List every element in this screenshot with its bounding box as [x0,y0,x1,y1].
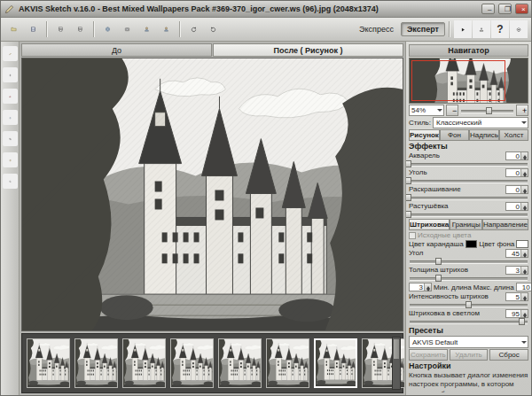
coloration-slider[interactable] [409,194,528,201]
print-preview-button[interactable] [71,20,90,39]
original-colors-checkbox[interactable] [409,232,416,239]
express-mode-button[interactable]: Экспресс [353,22,400,36]
zoom-tool-button[interactable] [3,174,18,189]
preset-buttons: Сохранить Удалить Сброс [409,349,528,361]
shading-spinbox[interactable]: 0 [505,202,528,211]
zoom-slider[interactable] [460,107,514,114]
undo-button[interactable] [184,20,203,39]
close-button[interactable]: × [515,4,528,14]
preset-save-button[interactable]: Сохранить [409,349,448,361]
watercolor-slider[interactable] [409,160,528,167]
toolbar-separator [449,21,450,37]
crop-tool-button[interactable] [3,131,18,146]
globe-icon [105,22,111,36]
post-button[interactable] [118,20,137,39]
style-select[interactable]: Классический [433,117,528,128]
intensity-slider[interactable] [409,301,528,308]
expert-mode-button[interactable]: Эксперт [401,22,445,36]
max-length-spinbox[interactable]: 10 [516,283,531,291]
preset-thumbnail[interactable] [170,338,214,388]
save-button[interactable] [24,20,43,39]
coloration-spinbox[interactable]: 0 [505,185,528,194]
hatching-tabs: Штриховка Границы Направление [409,219,528,230]
account-button[interactable] [137,20,156,39]
run-button[interactable] [454,20,472,38]
watercolor-spinbox[interactable]: 0 [505,151,528,160]
preset-select[interactable]: AKVIS Default [409,336,528,348]
redo-button[interactable] [204,20,223,39]
account-2-button[interactable] [157,20,176,39]
share-button[interactable] [473,20,490,38]
min-length-spinbox[interactable]: 3 [409,283,432,291]
image-canvas[interactable] [21,58,403,331]
tab-canvas[interactable]: Холст [499,129,528,141]
background-color-swatch[interactable] [516,240,528,248]
hand-tool-button[interactable] [3,152,18,167]
tab-edges[interactable]: Границы [450,219,482,230]
preset-thumbnail[interactable] [27,338,70,388]
tool-sidebar [1,42,20,395]
publish-button[interactable] [98,20,117,39]
print-button[interactable] [51,20,70,39]
chevron-down-icon [437,109,442,114]
original-colors-row: Исходные цвета [409,231,528,239]
open-button[interactable] [4,20,23,39]
intensity-spinbox[interactable]: 5 [505,292,528,301]
light-hatching-spinbox[interactable]: 95 [505,309,528,318]
light-hatching-slider[interactable] [409,318,528,325]
direction-tool-button[interactable] [3,67,18,82]
zoom-in-button[interactable]: + [516,105,528,116]
thickness-spinbox[interactable]: 3 [505,266,528,275]
preset-thumbnail[interactable] [266,338,309,388]
chevron-down-icon [521,341,527,346]
navigator-thumbnail[interactable] [409,58,528,104]
tab-drawing[interactable]: Рисунок [409,129,440,141]
blur-tool-button[interactable] [3,110,18,125]
redo-icon [210,22,216,36]
charcoal-spinbox[interactable]: 0 [505,168,528,177]
thickness-slider[interactable] [409,275,528,282]
maximize-button[interactable]: ❐ [498,4,512,14]
filmstrip-scrollbar-thumb[interactable] [394,339,399,359]
tab-before[interactable]: До [21,43,212,57]
preset-thumbnail[interactable] [122,338,166,388]
angle-slider[interactable] [409,258,528,265]
preset-thumbnail[interactable] [74,338,118,388]
preset-delete-button[interactable]: Удалить [450,349,489,361]
style-row: Стиль: Классический [409,117,528,128]
navigator-view-rectangle[interactable] [411,60,505,101]
printer-preview-icon [77,22,83,36]
effects-section-title: Эффекты [409,142,528,151]
tab-after[interactable]: После ( Рисунок ) [213,43,403,57]
angle-spinbox[interactable]: 45 [505,249,528,258]
minimize-button[interactable]: – [481,4,495,14]
help-button[interactable]: ? [491,20,509,38]
angle-param: Угол 45 [409,249,528,265]
preferences-button[interactable] [510,20,528,38]
charcoal-slider[interactable] [409,177,528,184]
eraser-tool-button[interactable] [3,89,18,104]
droplet-icon [9,112,12,124]
zoom-out-button[interactable]: − [446,105,458,116]
preset-thumbnail[interactable] [314,338,357,388]
stroke-tool-button[interactable] [3,46,18,61]
angle-label: Угол [409,249,423,257]
main-area: До После ( Рисунок ) Навигатор [1,42,531,395]
shading-slider[interactable] [409,211,528,218]
chevron-down-icon [521,121,527,127]
play-icon [460,23,466,36]
presets-section-title: Пресеты [409,326,528,335]
tab-background[interactable]: Фон [440,129,469,141]
save-icon [30,22,36,36]
filmstrip-scrollbar[interactable] [392,337,401,390]
preset-thumbnail[interactable] [218,338,262,388]
pencil-color-swatch[interactable] [466,240,478,248]
zoom-select[interactable]: 54% [409,105,444,116]
tab-hatching[interactable]: Штриховка [409,219,450,230]
watercolor-label: Акварель [409,151,440,159]
tab-direction[interactable]: Направление [482,219,528,230]
folder-open-icon [11,22,17,36]
workspace: До После ( Рисунок ) [20,42,405,395]
preset-reset-button[interactable]: Сброс [489,349,528,361]
tab-caption[interactable]: Надпись [469,129,499,141]
